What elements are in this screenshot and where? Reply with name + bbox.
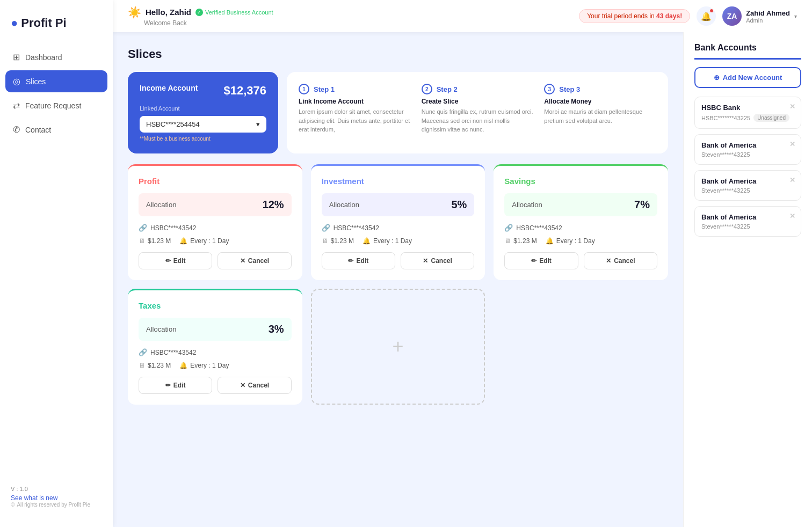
bell-icon: 🔔 (546, 237, 554, 245)
cancel-icon: ✕ (240, 382, 245, 389)
slice-title-savings: Savings (504, 177, 657, 186)
frequency-value: Every : 1 Day (190, 362, 229, 369)
allocation-row-taxes: Allocation 3% (139, 318, 292, 341)
top-row: Income Account $12,376 Linked Account HS… (128, 72, 668, 153)
allocation-pct-investment: 5% (451, 199, 467, 211)
account-row: 🔗 HSBC****43542 (504, 224, 657, 232)
notification-badge (709, 9, 714, 13)
sidebar-item-dashboard[interactable]: ⊞ Dashboard (5, 46, 107, 68)
dashboard-icon: ⊞ (13, 52, 20, 62)
slice-meta-savings: 🔗 HSBC****43542 (504, 224, 657, 232)
slice-title-investment: Investment (322, 177, 475, 186)
user-role: Admin (746, 17, 790, 24)
allocation-label: Allocation (146, 325, 176, 333)
sidebar: ● Profit Pi ⊞ Dashboard ◎ Slices ⇄ Featu… (0, 0, 113, 527)
slice-meta-taxes: 🔗 HSBC****43542 (139, 348, 292, 356)
chevron-down-icon: ▾ (794, 13, 797, 19)
cancel-icon: ✕ (240, 257, 245, 265)
step-3-desc: Morbi ac mauris at diam pellentesque pre… (544, 107, 656, 125)
close-icon-3[interactable]: ✕ (789, 212, 795, 220)
bank-name-3: Bank of America (701, 213, 794, 221)
edit-icon: ✏ (165, 257, 171, 265)
user-info[interactable]: ZA Zahid Ahmed Admin ▾ (722, 6, 797, 26)
bank-name-0: HSBC Bank (701, 104, 794, 112)
trial-alert: Your trial period ends in 43 days! (579, 9, 690, 23)
frequency-stat: 🔔 Every : 1 Day (179, 362, 229, 369)
step-1-label: 1 Step 1 (299, 84, 411, 94)
account-selector[interactable]: HSBC****254454 ▾ (140, 116, 266, 133)
cancel-button-taxes[interactable]: ✕ Cancel (218, 377, 291, 394)
account-row: 🔗 HSBC****43542 (139, 348, 292, 356)
slice-actions-taxes: ✏ Edit ✕ Cancel (139, 377, 292, 394)
link-icon: 🔗 (322, 224, 330, 232)
user-name: Zahid Ahmed (746, 9, 790, 17)
frequency-value: Every : 1 Day (556, 237, 595, 245)
account-row: 🔗 HSBC****43542 (139, 224, 292, 232)
bank-name-1: Bank of America (701, 141, 794, 149)
amount-stat: 🖥 $1.23 M (322, 237, 354, 245)
slice-actions-investment: ✏ Edit ✕ Cancel (322, 252, 475, 269)
close-icon-1[interactable]: ✕ (789, 140, 795, 148)
allocation-row-profit: Allocation 12% (139, 193, 292, 216)
step-2-desc: Nunc quis fringilla ex, rutrum euismod o… (422, 107, 534, 134)
sidebar-item-feature-request[interactable]: ⇄ Feature Request (5, 94, 107, 116)
slice-card-savings: Savings Allocation 7% 🔗 HSBC****43542 � (494, 164, 668, 280)
frequency-stat: 🔔 Every : 1 Day (179, 237, 229, 245)
allocation-label: Allocation (146, 201, 176, 209)
bank-name-2: Bank of America (701, 177, 794, 185)
step-3: 3 Step 3 Allocate Money Morbi ac mauris … (544, 84, 656, 142)
account-num: HSBC****43542 (150, 224, 196, 232)
edit-button-investment[interactable]: ✏ Edit (322, 252, 395, 269)
notification-button[interactable]: 🔔 (697, 6, 716, 26)
cancel-button-savings[interactable]: ✕ Cancel (584, 252, 657, 269)
add-slice-card[interactable]: + (311, 289, 485, 405)
step-1: 1 Step 1 Link Income Account Lorem ipsum… (299, 84, 411, 142)
user-details: Zahid Ahmed Admin (746, 9, 790, 24)
see-new-link[interactable]: See what is new (11, 494, 102, 502)
slice-meta-profit: 🔗 HSBC****43542 (139, 224, 292, 232)
steps-area: 1 Step 1 Link Income Account Lorem ipsum… (287, 72, 668, 153)
allocation-pct-savings: 7% (634, 199, 650, 211)
edit-button-savings[interactable]: ✏ Edit (504, 252, 578, 269)
logo-icon: ● (11, 16, 18, 30)
edit-button-profit[interactable]: ✏ Edit (139, 252, 212, 269)
logo: ● Profit Pi (0, 11, 113, 46)
add-account-button[interactable]: ⊕ Add New Account (694, 67, 801, 88)
bank-item-1: ✕ Bank of America Steven******43225 (694, 134, 801, 165)
cancel-button-profit[interactable]: ✕ Cancel (218, 252, 291, 269)
content-area: Slices Income Account $12,376 Linked Acc… (113, 32, 812, 527)
income-account-card: Income Account $12,376 Linked Account HS… (128, 72, 278, 153)
slice-card-taxes: Taxes Allocation 3% 🔗 HSBC****43542 🖥 (128, 289, 302, 405)
income-card-header: Income Account $12,376 (140, 84, 266, 98)
unassigned-badge-0: Unassigned (753, 114, 789, 122)
bell-icon: 🔔 (179, 362, 187, 369)
chevron-down-icon: ▾ (256, 120, 260, 128)
bank-accounts-title: Bank Accounts (694, 43, 801, 60)
sidebar-item-contact[interactable]: ✆ Contact (5, 119, 107, 141)
bank-account-0: HSBC*******43225 Unassigned (701, 114, 794, 122)
main-content: Slices Income Account $12,376 Linked Acc… (113, 32, 683, 527)
edit-button-taxes[interactable]: ✏ Edit (139, 377, 212, 394)
allocation-label: Allocation (512, 201, 542, 209)
selected-account: HSBC****254454 (146, 120, 200, 128)
close-icon-0[interactable]: ✕ (789, 103, 795, 111)
cancel-button-investment[interactable]: ✕ Cancel (401, 252, 474, 269)
bank-account-3: Steven******43225 (701, 223, 794, 230)
welcome-text: Welcome Back (128, 19, 572, 27)
link-icon: 🔗 (139, 348, 147, 356)
amount-icon: 🖥 (139, 237, 145, 245)
greeting-text: Hello, Zahid (146, 8, 191, 17)
linked-label: Linked Account (140, 105, 266, 112)
amount-value: $1.23 M (331, 237, 354, 245)
amount-icon: 🖥 (139, 362, 145, 369)
sidebar-item-slices[interactable]: ◎ Slices (5, 70, 107, 92)
link-icon: 🔗 (139, 224, 147, 232)
close-icon-2[interactable]: ✕ (789, 176, 795, 184)
slice-actions-savings: ✏ Edit ✕ Cancel (504, 252, 657, 269)
step-2: 2 Step 2 Create Slice Nunc quis fringill… (422, 84, 534, 142)
slice-stats-taxes: 🖥 $1.23 M 🔔 Every : 1 Day (139, 362, 292, 369)
amount-stat: 🖥 $1.23 M (139, 237, 171, 245)
bank-item-2: ✕ Bank of America Steven******43225 (694, 170, 801, 201)
page-title: Slices (128, 47, 668, 61)
sidebar-item-label: Slices (26, 77, 46, 86)
